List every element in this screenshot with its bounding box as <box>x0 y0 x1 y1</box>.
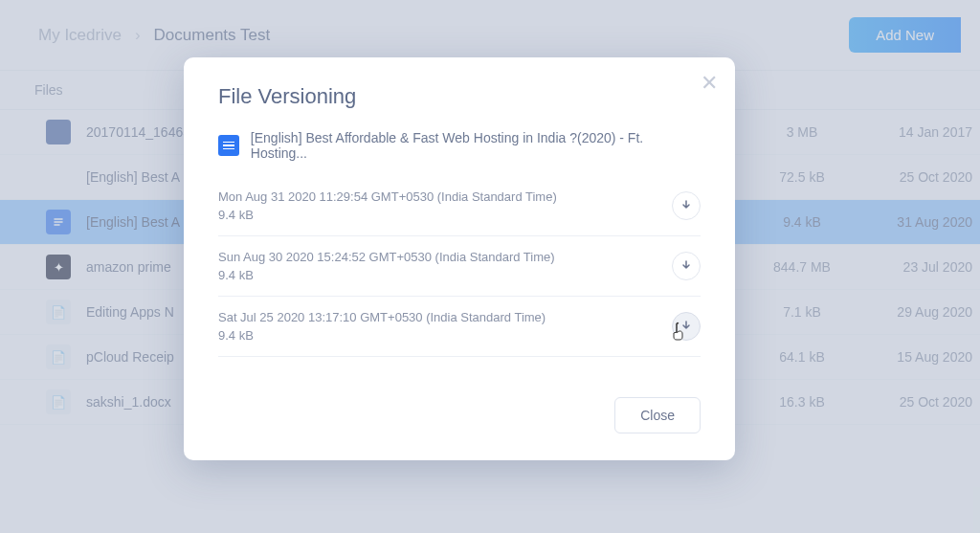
version-date: Mon Aug 31 2020 11:29:54 GMT+0530 (India… <box>218 189 557 204</box>
close-icon[interactable]: ✕ <box>701 73 718 94</box>
document-file-icon <box>218 135 239 156</box>
file-versioning-modal: ✕ File Versioning [English] Best Afforda… <box>184 57 735 460</box>
version-item: Mon Aug 31 2020 11:29:54 GMT+0530 (India… <box>218 176 701 236</box>
version-size: 9.4 kB <box>218 328 546 343</box>
download-version-button[interactable] <box>672 312 701 341</box>
download-icon <box>679 320 693 333</box>
close-button[interactable]: Close <box>614 397 701 433</box>
modal-file-name: [English] Best Affordable & Fast Web Hos… <box>251 130 701 161</box>
download-version-button[interactable] <box>672 252 701 280</box>
version-size: 9.4 kB <box>218 208 557 222</box>
version-size: 9.4 kB <box>218 268 555 282</box>
version-list: Mon Aug 31 2020 11:29:54 GMT+0530 (India… <box>218 176 701 357</box>
download-icon <box>679 199 693 212</box>
version-item: Sat Jul 25 2020 13:17:10 GMT+0530 (India… <box>218 297 701 357</box>
modal-title: File Versioning <box>218 84 701 109</box>
version-item: Sun Aug 30 2020 15:24:52 GMT+0530 (India… <box>218 236 701 297</box>
download-icon <box>679 259 693 273</box>
version-date: Sun Aug 30 2020 15:24:52 GMT+0530 (India… <box>218 250 555 264</box>
modal-file-ref: [English] Best Affordable & Fast Web Hos… <box>218 130 701 161</box>
version-date: Sat Jul 25 2020 13:17:10 GMT+0530 (India… <box>218 310 546 324</box>
download-version-button[interactable] <box>672 191 701 220</box>
